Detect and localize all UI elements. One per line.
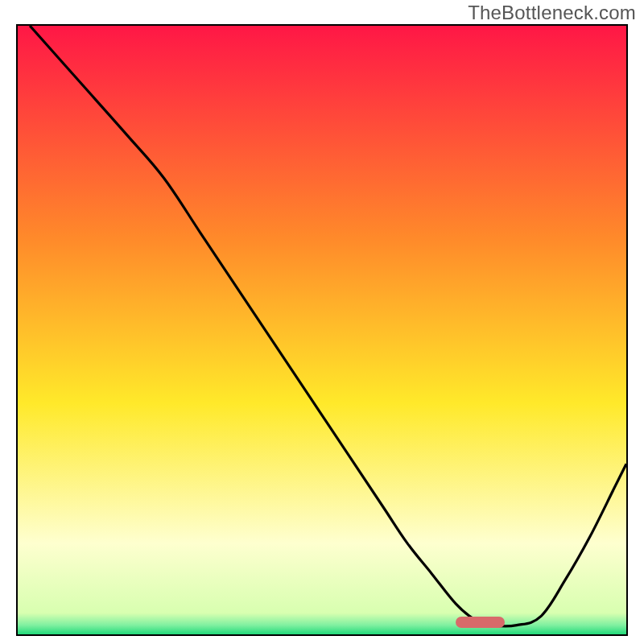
bottleneck-curve <box>18 26 626 634</box>
attribution-label: TheBottleneck.com <box>468 2 636 24</box>
optimal-range-marker <box>456 617 504 628</box>
plot-area <box>16 24 628 636</box>
chart-frame: TheBottleneck.com <box>0 0 644 644</box>
